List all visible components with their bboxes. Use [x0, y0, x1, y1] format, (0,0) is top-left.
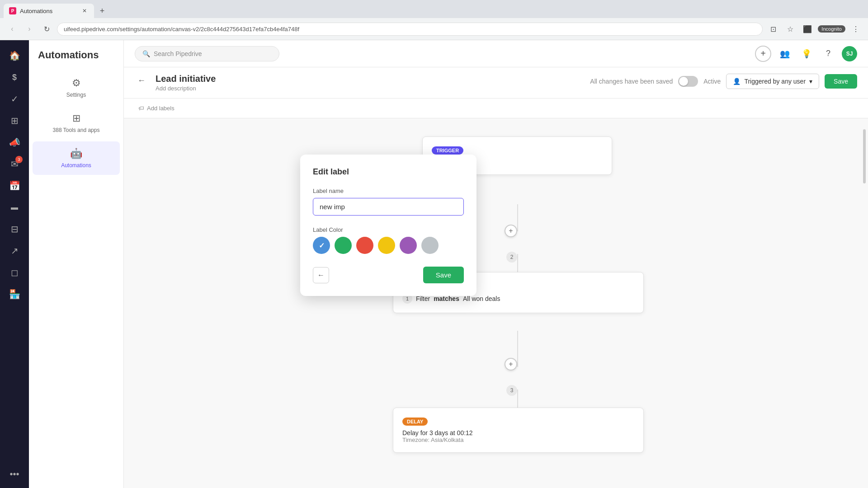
nav-item-automations-label: Automations [61, 162, 91, 169]
color-red[interactable] [356, 237, 373, 254]
nav-sidebar-title: Automations [29, 49, 123, 70]
sidebar-icon-tools[interactable]: ⊞ [5, 111, 24, 131]
sidebar-icon-table[interactable]: ⊟ [5, 219, 24, 239]
sidebar-icon-billing[interactable]: ▬ [5, 197, 24, 217]
sidebar-icon-check[interactable]: ✓ [5, 89, 24, 109]
trigger-user-icon: 👤 [733, 78, 741, 85]
active-toggle[interactable] [678, 76, 698, 87]
modal-save-button[interactable]: Save [423, 267, 464, 283]
automation-controls: All changes have been saved Active 👤 Tri… [590, 74, 857, 89]
incognito-badge: Incognito [818, 25, 845, 33]
automation-title: Lead initiative [156, 74, 583, 84]
nav-item-settings-label: Settings [66, 92, 86, 98]
label-name-label: Label name [313, 188, 464, 194]
color-gray[interactable] [421, 237, 439, 254]
modal-overlay: Edit label Label name Label Color [124, 118, 868, 488]
nav-item-tools-label: 388 Tools and apps [53, 127, 100, 133]
search-icon: 🔍 [142, 50, 150, 57]
forward-nav-button[interactable]: › [23, 22, 36, 36]
tab-title: Automations [20, 8, 52, 14]
color-yellow[interactable] [378, 237, 395, 254]
trigger-button[interactable]: 👤 Triggered by any user ▾ [726, 74, 819, 89]
color-green[interactable] [335, 237, 352, 254]
sidebar-icon-mail[interactable]: ✉ 3 [5, 154, 24, 174]
browser-tab[interactable]: P Automations ✕ [4, 4, 94, 18]
add-button[interactable]: + [755, 46, 771, 62]
edit-label-modal: Edit label Label name Label Color [300, 155, 476, 296]
color-blue[interactable] [313, 237, 330, 254]
active-label: Active [703, 78, 721, 85]
label-name-input[interactable] [313, 198, 464, 216]
tab-close-button[interactable]: ✕ [80, 7, 89, 15]
chevron-down-icon: ▾ [809, 78, 812, 85]
url-text: uifeed.pipedrive.com/settings/automation… [64, 26, 299, 33]
nav-item-automations[interactable]: 🤖 Automations [33, 141, 120, 175]
sidebar-icon-chart[interactable]: ↗ [5, 241, 24, 261]
modal-back-button[interactable]: ← [313, 267, 329, 283]
search-placeholder: Search Pipedrive [154, 50, 202, 57]
search-bar[interactable]: 🔍 Search Pipedrive [135, 46, 279, 61]
top-bar-actions: + 👥 💡 ? SJ [755, 46, 857, 62]
automation-title-section: Lead initiative Add description [156, 74, 583, 92]
browser-chrome: P Automations ✕ + ‹ › ↻ uifeed.pipedrive… [0, 0, 868, 40]
tab-favicon: P [9, 7, 16, 14]
menu-button[interactable]: ⋮ [849, 22, 863, 36]
tab-bar: P Automations ✕ + [0, 0, 868, 18]
canvas-area: Edit label Label name Label Color [124, 118, 868, 488]
bookmark-button[interactable]: ☆ [783, 22, 797, 36]
labels-area: 🏷 Add labels [124, 99, 868, 118]
color-options [313, 237, 464, 254]
browser-nav: ‹ › ↻ uifeed.pipedrive.com/settings/auto… [0, 18, 868, 40]
nav-sidebar: Automations ⚙ Settings ⊞ 388 Tools and a… [29, 40, 124, 488]
main-content: 🔍 Search Pipedrive + 👥 💡 ? SJ ← Lead ini… [124, 40, 868, 488]
address-bar[interactable]: uifeed.pipedrive.com/settings/automation… [57, 23, 763, 36]
save-automation-button[interactable]: Save [825, 74, 857, 89]
top-bar: 🔍 Search Pipedrive + 👥 💡 ? SJ [124, 40, 868, 67]
nav-item-settings[interactable]: ⚙ Settings [33, 71, 120, 104]
left-sidebar: 🏠 $ ✓ ⊞ 📣 ✉ 3 📅 ▬ ⊟ ↗ ◻ [0, 40, 29, 488]
trigger-label: Triggered by any user [744, 78, 806, 85]
sidebar-icon-megaphone[interactable]: 📣 [5, 132, 24, 152]
sidebar-icon-shop[interactable]: 🏪 [5, 284, 24, 304]
automations-icon: 🤖 [70, 148, 82, 160]
extension-button[interactable]: ⬛ [801, 22, 814, 36]
settings-icon: ⚙ [72, 77, 81, 89]
users-button[interactable]: 👥 [777, 46, 793, 62]
automation-header: ← Lead initiative Add description All ch… [124, 67, 868, 99]
automation-subtitle[interactable]: Add description [156, 85, 583, 92]
sidebar-more-button[interactable]: ••• [6, 465, 23, 483]
refresh-nav-button[interactable]: ↻ [40, 22, 53, 36]
avatar[interactable]: SJ [842, 46, 857, 61]
cast-button[interactable]: ⊡ [766, 22, 780, 36]
bulb-button[interactable]: 💡 [798, 46, 815, 62]
back-nav-button[interactable]: ‹ [5, 22, 19, 36]
add-labels-button[interactable]: 🏷 Add labels [135, 103, 178, 113]
new-tab-button[interactable]: + [96, 5, 108, 17]
modal-footer: ← Save [313, 267, 464, 283]
nav-item-tools[interactable]: ⊞ 388 Tools and apps [33, 106, 120, 140]
sidebar-icon-dollar[interactable]: $ [5, 67, 24, 87]
sidebar-icon-calendar[interactable]: 📅 [5, 176, 24, 196]
tag-icon: 🏷 [138, 105, 144, 112]
sidebar-icon-box[interactable]: ◻ [5, 263, 24, 282]
saved-status: All changes have been saved [590, 78, 673, 85]
help-button[interactable]: ? [820, 46, 836, 62]
sidebar-icon-home[interactable]: 🏠 [5, 46, 24, 66]
modal-title: Edit label [313, 167, 464, 177]
browser-actions: ⊡ ☆ ⬛ Incognito ⋮ [766, 22, 863, 36]
label-color-label: Label Color [313, 226, 464, 233]
automation-back-button[interactable]: ← [135, 74, 148, 87]
app-container: 🏠 $ ✓ ⊞ 📣 ✉ 3 📅 ▬ ⊟ ↗ ◻ [0, 40, 868, 488]
color-purple[interactable] [400, 237, 417, 254]
add-labels-text: Add labels [147, 105, 175, 112]
tools-nav-icon: ⊞ [72, 113, 80, 124]
